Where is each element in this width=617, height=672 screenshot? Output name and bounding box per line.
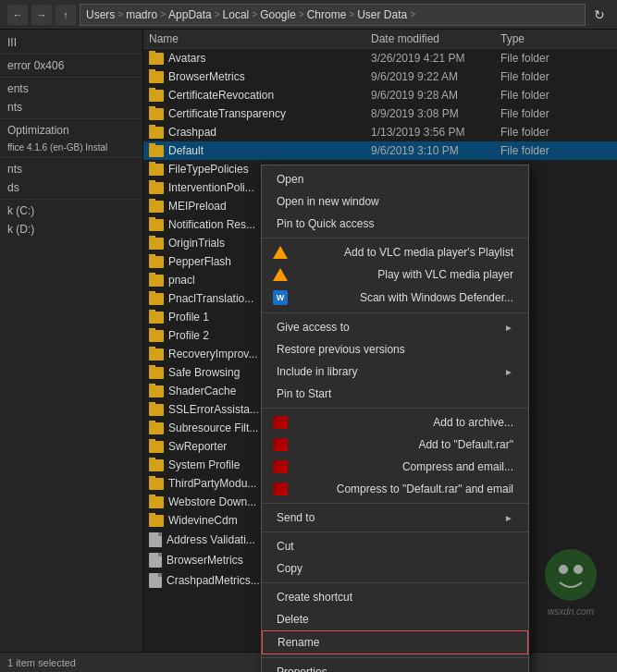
vlc-icon xyxy=(271,268,290,281)
ctx-send-to[interactable]: Send to ► xyxy=(262,507,528,529)
status-text: 1 item selected xyxy=(7,657,76,668)
chevron-right-icon: ► xyxy=(504,513,513,523)
folder-icon xyxy=(149,71,164,83)
sidebar-item-d-drive[interactable]: k (D:) xyxy=(0,220,142,238)
file-row[interactable]: BrowserMetrics 9/6/2019 9:22 AM File fol… xyxy=(143,67,617,86)
breadcrumb-userdata: User Data xyxy=(357,8,407,21)
svg-point-0 xyxy=(545,549,597,601)
ctx-divider-1 xyxy=(262,238,528,238)
nav-controls: ← → ↑ Users > madro > AppData > Local > … xyxy=(7,4,610,26)
ctx-cut[interactable]: Cut xyxy=(262,535,528,557)
column-headers: Name Date modified Type xyxy=(143,30,617,49)
svg-point-2 xyxy=(574,565,583,574)
ctx-pin-start[interactable]: Pin to Start xyxy=(262,383,528,405)
ctx-vlc-play[interactable]: Play with VLC media player xyxy=(262,263,528,286)
folder-icon xyxy=(149,293,164,305)
ctx-include-library[interactable]: Include in library ► xyxy=(262,360,528,383)
winrar-icon xyxy=(271,438,290,451)
sep2: > xyxy=(160,9,166,19)
winrar-icon xyxy=(271,460,290,473)
ctx-vlc-playlist[interactable]: Add to VLC media player's Playlist xyxy=(262,241,528,263)
sidebar-item-nts[interactable]: nts xyxy=(0,98,142,116)
folder-icon xyxy=(149,108,164,120)
sep3: > xyxy=(215,9,220,19)
sidebar-item-optimization[interactable]: Optimization xyxy=(0,121,142,140)
file-row[interactable]: Crashpad 1/13/2019 3:56 PM File folder xyxy=(143,123,617,141)
breadcrumb-chrome: Chrome xyxy=(307,8,347,21)
file-icon xyxy=(149,532,162,547)
file-row[interactable]: CertificateTransparency 8/9/2019 3:08 PM… xyxy=(143,104,617,123)
ctx-restore-versions[interactable]: Restore previous versions xyxy=(262,338,528,360)
ctx-add-default-rar[interactable]: Add to "Default.rar" xyxy=(262,434,528,456)
file-icon xyxy=(149,553,162,568)
breadcrumb[interactable]: Users > madro > AppData > Local > Google… xyxy=(80,4,586,26)
ctx-open-new-window[interactable]: Open in new window xyxy=(262,190,528,213)
sep6: > xyxy=(349,9,354,19)
sidebar-item-iii[interactable]: III xyxy=(0,33,142,52)
sidebar-item-error[interactable]: error 0x406 xyxy=(0,56,142,75)
refresh-button[interactable]: ↻ xyxy=(589,5,610,25)
ctx-delete[interactable]: Delete xyxy=(262,608,528,630)
folder-icon xyxy=(149,219,164,231)
folder-icon xyxy=(149,256,164,268)
ctx-divider-7 xyxy=(262,657,528,658)
forward-button[interactable]: → xyxy=(31,5,52,25)
folder-icon xyxy=(149,312,164,324)
folder-icon xyxy=(149,90,164,102)
col-header-type[interactable]: Type xyxy=(495,32,569,45)
sidebar-item-nts2[interactable]: nts xyxy=(0,160,142,178)
up-button[interactable]: ↑ xyxy=(56,5,76,25)
sidebar-item-c-drive[interactable]: k (C:) xyxy=(0,202,142,220)
file-row[interactable]: Avatars 3/26/2019 4:21 PM File folder xyxy=(143,49,617,67)
breadcrumb-users: Users xyxy=(86,8,115,21)
folder-icon xyxy=(149,330,164,342)
ctx-properties[interactable]: Properties xyxy=(262,661,528,672)
folder-icon xyxy=(149,182,164,194)
vlc-icon xyxy=(271,246,290,259)
sidebar-item-office[interactable]: ffice 4.1.6 (en-GB) Instal xyxy=(0,140,142,155)
ctx-compress-email[interactable]: Compress and email... xyxy=(262,456,528,478)
file-icon xyxy=(149,573,162,588)
watermark-label: wsxdn.com xyxy=(548,606,594,617)
file-row-default[interactable]: Default 9/6/2019 3:10 PM File folder xyxy=(143,141,617,160)
ctx-divider-2 xyxy=(262,312,528,313)
folder-icon xyxy=(149,53,164,65)
back-button[interactable]: ← xyxy=(7,5,28,25)
winrar-icon xyxy=(271,483,290,495)
sidebar-item-ents[interactable]: ents xyxy=(0,79,142,98)
folder-icon xyxy=(149,385,164,397)
ctx-open[interactable]: Open xyxy=(262,168,528,190)
sidebar: III error 0x406 ents nts Optimization ff… xyxy=(0,30,143,672)
breadcrumb-madro: madro xyxy=(126,8,157,21)
sidebar-item-ds[interactable]: ds xyxy=(0,178,142,197)
ctx-rename[interactable]: Rename xyxy=(262,630,528,654)
ctx-divider-6 xyxy=(262,582,528,583)
svg-point-1 xyxy=(559,565,568,574)
col-header-name[interactable]: Name xyxy=(143,32,365,45)
sep7: > xyxy=(410,9,415,19)
ctx-compress-default-email[interactable]: Compress to "Default.rar" and email xyxy=(262,478,528,500)
sep1: > xyxy=(117,9,123,19)
ctx-divider-5 xyxy=(262,531,528,532)
watermark: wsxdn.com xyxy=(543,547,598,617)
sidebar-divider-2 xyxy=(0,77,142,78)
folder-icon xyxy=(149,201,164,213)
folder-icon xyxy=(149,459,164,471)
ctx-defender-scan[interactable]: W Scan with Windows Defender... xyxy=(262,286,528,310)
ctx-copy[interactable]: Copy xyxy=(262,557,528,580)
folder-icon xyxy=(149,348,164,360)
defender-icon: W xyxy=(271,290,290,305)
folder-icon xyxy=(149,515,164,527)
folder-icon xyxy=(149,422,164,434)
ctx-pin-quick-access[interactable]: Pin to Quick access xyxy=(262,213,528,235)
sidebar-divider-1 xyxy=(0,54,142,55)
ctx-add-archive[interactable]: Add to archive... xyxy=(262,411,528,434)
chevron-right-icon: ► xyxy=(504,323,513,333)
folder-icon xyxy=(149,127,164,139)
ctx-divider-4 xyxy=(262,503,528,504)
file-row[interactable]: CertificateRevocation 9/6/2019 9:28 AM F… xyxy=(143,86,617,104)
sep4: > xyxy=(252,9,257,19)
col-header-date[interactable]: Date modified xyxy=(365,32,495,45)
ctx-create-shortcut[interactable]: Create shortcut xyxy=(262,586,528,608)
ctx-give-access[interactable]: Give access to ► xyxy=(262,316,528,338)
